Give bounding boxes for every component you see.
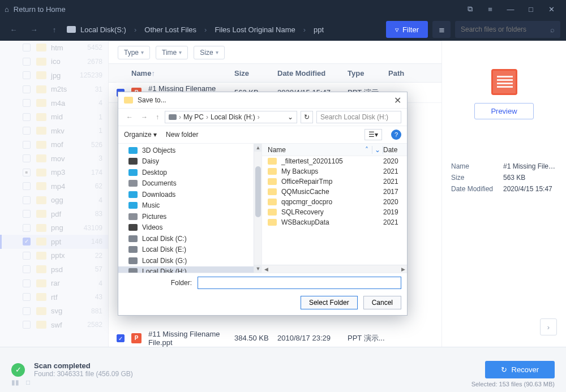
back-button[interactable]: ← (6, 21, 22, 37)
sidebar-item-mov[interactable]: mov3 (0, 152, 108, 166)
organize-button[interactable]: Organize ▾ (124, 131, 157, 139)
tree-item[interactable]: 3D Objects (118, 145, 261, 156)
col-type[interactable]: Type (348, 69, 388, 77)
filter-button[interactable]: ▿ Filter (386, 21, 428, 38)
folder-item[interactable]: QQMusicCache2017 (262, 187, 407, 197)
sidebar-item-psd[interactable]: psd57 (0, 262, 108, 277)
breadcrumb-0[interactable]: Local Disk(S:) (80, 25, 126, 34)
sidebar-item-swf[interactable]: swf2582 (0, 318, 108, 332)
scroll-down-icon[interactable]: ▼ (254, 265, 262, 273)
checkbox[interactable] (23, 58, 31, 66)
sidebar-item-pptx[interactable]: pptx22 (0, 249, 108, 263)
sort-asc-icon[interactable]: ↑ (151, 69, 155, 77)
checkbox[interactable] (23, 85, 31, 93)
cancel-button[interactable]: Cancel (363, 296, 401, 309)
select-folder-button[interactable]: Select Folder (301, 296, 358, 309)
files-h-scrollbar[interactable]: ◀ ▶ (262, 265, 407, 273)
scroll-up-icon[interactable]: ▲ (254, 144, 262, 152)
view-mode-button[interactable]: ☰▾ (365, 129, 382, 140)
breadcrumb-2[interactable]: Files Lost Original Name (215, 25, 295, 34)
search-icon[interactable]: ⌕ (550, 25, 555, 34)
dlg-search[interactable]: Search Local Disk (H:) (316, 111, 401, 123)
checkbox[interactable] (23, 182, 31, 190)
checkbox[interactable] (23, 113, 31, 121)
checkbox[interactable] (23, 224, 31, 232)
folder-input[interactable] (198, 277, 401, 289)
checkbox[interactable] (23, 265, 31, 273)
tree-item[interactable]: Local Disk (C:) (118, 233, 261, 244)
checkbox[interactable] (23, 127, 31, 135)
checkbox[interactable] (23, 44, 31, 51)
col-date[interactable]: Date Modified (277, 69, 348, 77)
tree-item[interactable]: Local Disk (H:) (118, 266, 261, 273)
folder-item[interactable]: _filtertest_202011052020 (262, 156, 407, 166)
select-all-checkbox[interactable] (117, 62, 132, 83)
sort-indicator-icon[interactable]: ˄ (365, 146, 372, 154)
list-view-icon[interactable]: ≣ (432, 21, 451, 38)
sidebar-item-png[interactable]: png43109 (0, 221, 108, 235)
tree-item[interactable]: Desktop (118, 167, 261, 178)
stop-icon[interactable]: □ (26, 378, 30, 386)
tree-item[interactable]: Local Disk (E:) (118, 244, 261, 256)
col-size[interactable]: Size (234, 69, 277, 77)
tree-item[interactable]: Pictures (118, 211, 261, 222)
dlg-up-button[interactable]: ↑ (153, 113, 161, 121)
dlg-refresh-button[interactable]: ↻ (301, 111, 313, 123)
col-drop-icon[interactable]: ⌄ (372, 146, 383, 154)
row-checkbox[interactable] (117, 334, 125, 342)
checkbox[interactable] (23, 307, 31, 315)
sidebar-item-mid[interactable]: mid1 (0, 110, 108, 124)
sidebar-item-mp4[interactable]: mp462 (0, 179, 108, 193)
tree-item[interactable]: Daisy (118, 156, 261, 167)
folder-item[interactable]: SQLRecovery2019 (262, 207, 407, 217)
checkbox[interactable] (23, 71, 31, 79)
return-home-link[interactable]: Return to Home (14, 5, 66, 14)
checkbox[interactable] (23, 154, 31, 162)
filter-time[interactable]: Time (156, 46, 188, 59)
tree-item[interactable]: Downloads (118, 189, 261, 200)
table-row[interactable]: #11 Missing Filename File.ppt384.50 KB20… (109, 328, 441, 347)
sidebar-item-mkv[interactable]: mkv1 (0, 124, 108, 138)
filter-type[interactable]: Type (118, 46, 150, 59)
folder-item[interactable]: My Backups2021 (262, 166, 407, 176)
close-window-button[interactable]: ✕ (541, 0, 561, 18)
sidebar-item-svg[interactable]: svg881 (0, 304, 108, 318)
pause-icon[interactable]: ▮▮ (11, 378, 19, 386)
dialog-close-button[interactable]: ✕ (394, 95, 401, 106)
tree-item[interactable]: Music (118, 200, 261, 212)
preview-button[interactable]: Preview (474, 103, 533, 119)
dlg-back-button[interactable]: ← (124, 113, 135, 121)
checkbox[interactable] (23, 169, 31, 176)
next-page-button[interactable]: › (540, 318, 557, 335)
folder-item[interactable]: OfficeRepairTmp2021 (262, 176, 407, 187)
search-box[interactable]: ⌕ (455, 21, 560, 38)
checkbox[interactable] (23, 99, 31, 107)
help-icon[interactable]: ? (391, 130, 401, 140)
checkbox[interactable] (23, 252, 31, 260)
sidebar-item-m2ts[interactable]: m2ts31 (0, 83, 108, 97)
playback-controls[interactable]: ▮▮□ (11, 378, 30, 386)
maximize-button[interactable]: □ (521, 0, 541, 18)
menu-lines-icon[interactable]: ≡ (480, 0, 500, 18)
checkbox[interactable] (23, 321, 31, 329)
up-button[interactable]: ↑ (46, 21, 62, 37)
sidebar-item-ogg[interactable]: ogg4 (0, 193, 108, 208)
sidebar-item-htm[interactable]: htm5452 (0, 41, 108, 55)
scroll-thumb[interactable] (255, 166, 261, 217)
files-col-name[interactable]: Name (268, 146, 365, 154)
home-icon[interactable]: ⌂ (5, 5, 9, 14)
files-col-date[interactable]: Date (383, 146, 407, 154)
tree-item[interactable]: Videos (118, 222, 261, 234)
folder-item[interactable]: WSBackupData2021 (262, 217, 407, 227)
folder-item[interactable]: qqpcmgr_docpro2020 (262, 197, 407, 207)
sidebar-item-ico[interactable]: ico2678 (0, 55, 108, 69)
dlg-path-0[interactable]: My PC (183, 113, 204, 121)
tree-item[interactable]: Local Disk (G:) (118, 255, 261, 266)
checkbox[interactable] (23, 196, 31, 204)
sidebar-item-rar[interactable]: rar4 (0, 277, 108, 291)
tree-item[interactable]: Documents (118, 178, 261, 189)
checkbox[interactable] (23, 238, 31, 245)
sidebar-item-ppt[interactable]: ppt146 (0, 235, 108, 249)
dlg-path[interactable]: › My PC › Local Disk (H:) › ⌄ (165, 111, 297, 123)
sidebar-item-m4a[interactable]: m4a4 (0, 96, 108, 110)
